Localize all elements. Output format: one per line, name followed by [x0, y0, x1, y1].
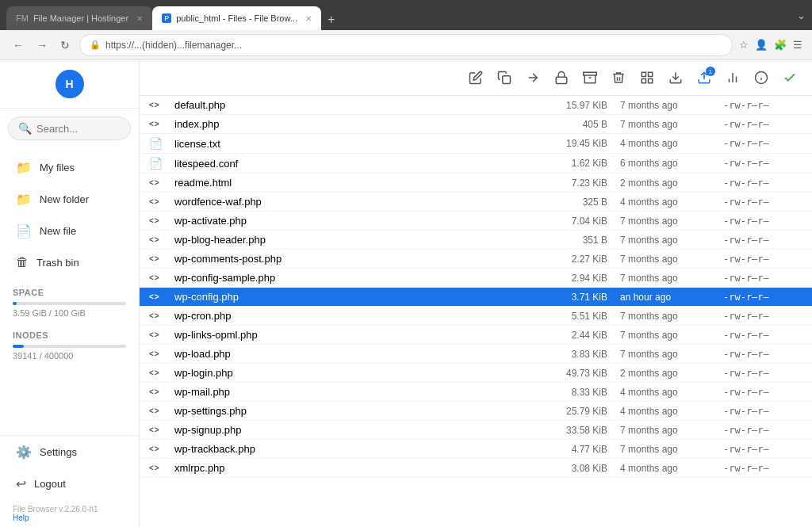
file-size: 3.08 KiB — [549, 463, 620, 474]
file-permissions: -rw-r—r— — [723, 138, 802, 149]
storage-bar — [13, 302, 126, 305]
tab-file-manager[interactable]: FM File Manager | Hostinger ✕ — [6, 6, 152, 30]
file-permissions: -rw-r—r— — [723, 197, 802, 208]
table-row[interactable]: 📄 litespeed.conf 1.62 KiB 6 months ago -… — [140, 154, 812, 174]
bookmark-icon[interactable]: ☆ — [739, 39, 749, 51]
file-permissions: -rw-r—r— — [723, 216, 802, 227]
table-row[interactable]: <> wp-links-opml.php 2.44 KiB 7 months a… — [140, 326, 812, 345]
svg-rect-3 — [584, 72, 597, 75]
code-file-icon: <> — [149, 369, 159, 377]
code-file-icon: <> — [149, 311, 159, 320]
code-file-icon: <> — [149, 197, 159, 206]
move-button[interactable] — [520, 65, 546, 90]
table-row[interactable]: <> wp-load.php 3.83 KiB 7 months ago -rw… — [140, 345, 812, 364]
svg-rect-6 — [649, 72, 653, 76]
file-permissions: -rw-r—r— — [723, 273, 802, 284]
sidebar-item-settings[interactable]: ⚙️ Settings — [3, 437, 136, 468]
table-row[interactable]: <> wp-mail.php 8.33 KiB 4 months ago -rw… — [140, 383, 812, 402]
sidebar: H 🔍 📁 My files 📁 New folder 📄 New file 🗑… — [0, 60, 140, 527]
code-file-icon: <> — [149, 464, 159, 472]
tab-file-manager-favicon: FM — [16, 13, 29, 23]
tab-public-html-favicon: P — [162, 13, 171, 23]
code-file-icon: <> — [149, 101, 159, 109]
tab-overflow-button[interactable]: ⌄ — [797, 10, 806, 21]
file-name: xmlrpc.php — [171, 462, 549, 474]
table-row[interactable]: <> index.php 405 B 7 months ago -rw-r—r— — [140, 115, 812, 134]
table-row[interactable]: <> wp-signup.php 33.58 KiB 7 months ago … — [140, 421, 812, 440]
table-row[interactable]: <> wp-trackback.php 4.77 KiB 7 months ag… — [140, 440, 812, 459]
tab-file-manager-close[interactable]: ✕ — [136, 14, 143, 23]
file-permissions: -rw-r—r— — [723, 100, 802, 111]
sidebar-item-new-file[interactable]: 📄 New file — [3, 216, 136, 246]
code-file-icon: <> — [149, 120, 159, 128]
table-row[interactable]: <> wordfence-waf.php 325 B 4 months ago … — [140, 193, 812, 212]
menu-icon[interactable]: ☰ — [793, 39, 802, 51]
edit-button[interactable] — [463, 65, 488, 90]
file-size: 25.79 KiB — [549, 406, 620, 417]
search-box[interactable]: 🔍 — [8, 116, 131, 140]
forward-button[interactable]: → — [33, 36, 51, 55]
table-row[interactable]: <> wp-activate.php 7.04 KiB 7 months ago… — [140, 212, 812, 231]
browser-actions: ☆ 👤 🧩 ☰ — [739, 39, 802, 51]
sidebar-item-new-folder[interactable]: 📁 New folder — [3, 184, 136, 215]
refresh-button[interactable]: ↻ — [57, 36, 73, 55]
table-row[interactable]: <> default.php 15.97 KiB 7 months ago -r… — [140, 96, 812, 115]
code-file-icon: <> — [149, 273, 159, 282]
table-row[interactable]: <> wp-settings.php 25.79 KiB 4 months ag… — [140, 402, 812, 421]
table-row[interactable]: <> wp-config.php 3.71 KiB an hour ago -r… — [140, 288, 812, 307]
search-icon: 🔍 — [18, 122, 32, 135]
file-size: 7.04 KiB — [549, 216, 620, 227]
table-row[interactable]: <> wp-cron.php 5.51 KiB 7 months ago -rw… — [140, 307, 812, 326]
download-button[interactable] — [663, 65, 688, 90]
back-button[interactable]: ← — [10, 36, 27, 55]
file-list: <> default.php 15.97 KiB 7 months ago -r… — [140, 96, 812, 527]
file-date: 7 months ago — [620, 330, 723, 341]
new-tab-button[interactable]: + — [321, 10, 341, 30]
file-date: 7 months ago — [620, 311, 723, 322]
check-button[interactable] — [777, 65, 802, 90]
file-permissions: -rw-r—r— — [723, 463, 802, 474]
chart-button[interactable] — [720, 65, 745, 90]
file-date: 7 months ago — [620, 216, 723, 227]
file-size: 405 B — [549, 119, 620, 130]
profile-icon[interactable]: 👤 — [755, 39, 768, 51]
file-permissions: -rw-r—r— — [723, 368, 802, 379]
upload-button[interactable]: 1 — [691, 65, 717, 90]
new-file-icon: 📄 — [16, 223, 32, 239]
sidebar-item-trash-bin[interactable]: 🗑 Trash bin — [3, 247, 136, 277]
extensions-icon[interactable]: 🧩 — [774, 39, 787, 51]
file-name: wp-cron.php — [171, 310, 549, 322]
svg-rect-0 — [503, 76, 511, 84]
table-row[interactable]: <> xmlrpc.php 3.08 KiB 4 months ago -rw-… — [140, 459, 812, 478]
lock-button[interactable] — [549, 65, 574, 90]
sidebar-item-logout[interactable]: ↩ Logout — [3, 468, 136, 499]
table-row[interactable]: <> wp-blog-header.php 351 B 7 months ago… — [140, 231, 812, 250]
address-input[interactable]: 🔒 https://...(hidden)...filemanager... — [79, 34, 733, 56]
file-name: wp-trackback.php — [171, 443, 549, 455]
app-container: H 🔍 📁 My files 📁 New folder 📄 New file 🗑… — [0, 60, 812, 527]
code-file-icon: <> — [149, 330, 159, 339]
code-file-icon: <> — [149, 235, 159, 244]
search-input[interactable] — [36, 123, 121, 135]
table-row[interactable]: <> wp-comments-post.php 2.27 KiB 7 month… — [140, 250, 812, 269]
grid-view-button[interactable] — [634, 65, 660, 90]
info-button[interactable] — [749, 65, 774, 90]
table-row[interactable]: <> readme.html 7.23 KiB 2 months ago -rw… — [140, 174, 812, 193]
help-link[interactable]: Help — [13, 514, 126, 522]
sidebar-item-new-folder-label: New folder — [40, 193, 89, 205]
delete-button[interactable] — [606, 65, 631, 90]
file-name: wp-login.php — [171, 367, 549, 379]
code-file-icon: <> — [149, 426, 159, 434]
archive-button[interactable] — [577, 65, 603, 90]
file-date: 7 months ago — [620, 100, 723, 111]
table-row[interactable]: 📄 license.txt 19.45 KiB 4 months ago -rw… — [140, 134, 812, 154]
tab-public-html-close[interactable]: ✕ — [305, 14, 312, 23]
table-row[interactable]: <> wp-config-sample.php 2.94 KiB 7 month… — [140, 269, 812, 288]
file-size: 1.62 KiB — [549, 158, 620, 169]
sidebar-item-my-files[interactable]: 📁 My files — [3, 152, 136, 183]
copy-button[interactable] — [492, 65, 517, 90]
table-row[interactable]: <> wp-login.php 49.73 KiB 2 months ago -… — [140, 364, 812, 383]
sidebar-logo: H — [0, 60, 139, 109]
file-name: wp-signup.php — [171, 424, 549, 436]
tab-public-html[interactable]: P public_html - Files - File Brow... ✕ — [152, 6, 321, 30]
